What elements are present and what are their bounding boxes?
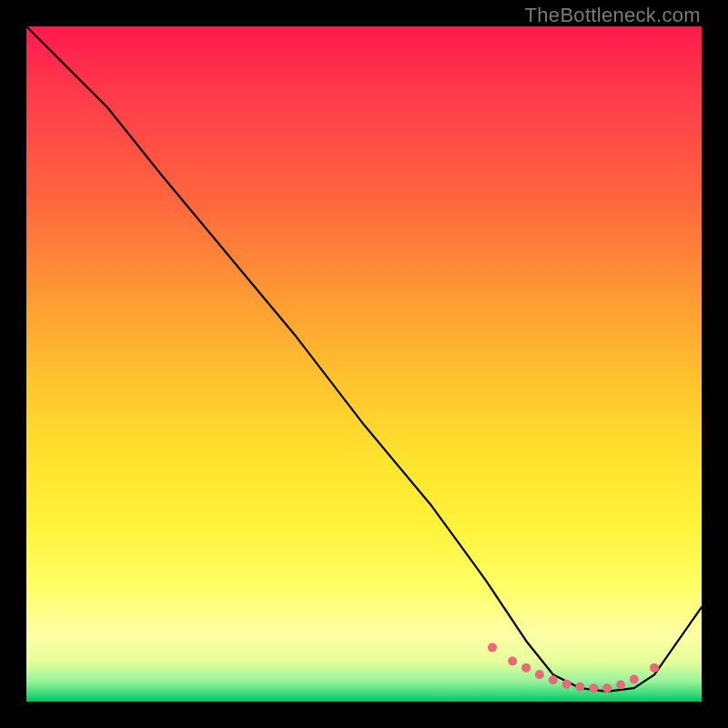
watermark-text: TheBottleneck.com <box>525 4 701 27</box>
trough-marker <box>630 675 639 684</box>
trough-marker <box>488 643 497 652</box>
chart-frame: TheBottleneck.com <box>0 0 728 728</box>
trough-marker <box>562 680 571 689</box>
trough-marker <box>589 683 598 693</box>
trough-marker <box>508 657 517 666</box>
trough-marker <box>616 681 625 690</box>
plot-area <box>26 26 702 702</box>
trough-marker <box>521 663 531 672</box>
trough-marker <box>575 682 584 692</box>
trough-marker <box>535 670 544 679</box>
trough-marker <box>602 683 612 693</box>
trough-marker <box>549 675 558 684</box>
bottleneck-curve <box>26 26 702 692</box>
trough-marker <box>650 663 659 672</box>
line-plot <box>26 26 702 702</box>
